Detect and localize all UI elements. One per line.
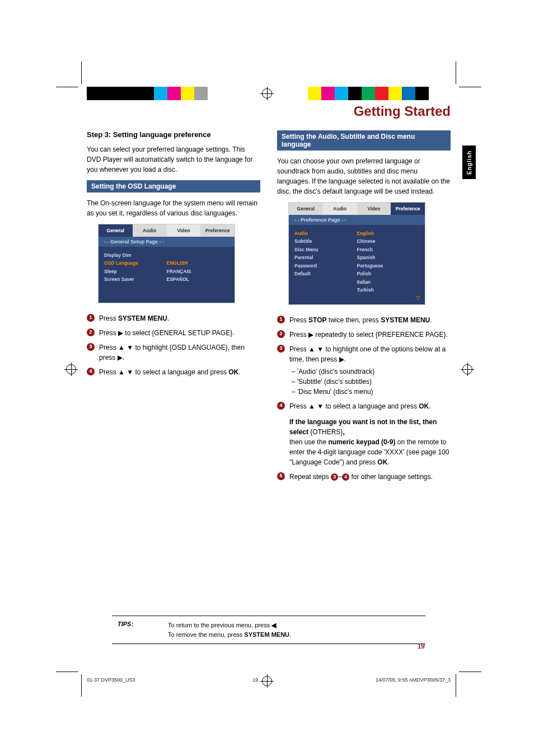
step-text: Press ▲ ▼ to highlight {OSD LANGUAGE}, t… xyxy=(99,344,245,361)
step-text: Press ▲ ▼ to select a language and press xyxy=(99,368,228,376)
note-text: {OTHERS} xyxy=(310,428,343,436)
step-4: 4Press ▲ ▼ to select a language and pres… xyxy=(277,401,451,467)
instruction-steps: 1Press SYSTEM MENU. 2Press ▶ to select {… xyxy=(87,313,260,377)
step-keyword: SYSTEM MENU xyxy=(381,316,430,324)
menu-tab-preference: Preference xyxy=(391,203,425,215)
menu-breadcrumb: - - Preference Page - - xyxy=(289,215,425,225)
step-4-note: If the language you want is not in the l… xyxy=(289,417,451,467)
note-bold: numeric keypad (0-9) xyxy=(328,438,395,446)
bullet-2-icon: 2 xyxy=(277,330,285,338)
crop-mark xyxy=(459,672,481,672)
footer-meta: 14/07/05, 9:55 AMDVP3005/37_3 xyxy=(376,677,451,683)
footer-page: 19 xyxy=(135,677,376,683)
crop-mark xyxy=(456,62,456,84)
note-bold: , xyxy=(343,428,344,436)
menu-tab-video: Video xyxy=(167,224,201,237)
step-text: Press ▲ ▼ to highlight one of the option… xyxy=(289,345,446,363)
menu-body: AudioEnglish SubtitleChinese Disc MenuFr… xyxy=(289,225,425,304)
menu-item: Display Dim xyxy=(104,251,167,259)
menu-item-highlighted: OSD Language xyxy=(104,259,167,267)
tips-text: . xyxy=(289,631,291,638)
tips-text: . xyxy=(276,622,278,628)
footer-filename: 01-37 DVP3500_US3 xyxy=(87,677,135,683)
menu-tab-preference: Preference xyxy=(200,224,235,237)
step-text: Press xyxy=(99,314,118,322)
step-text: ~ xyxy=(338,473,342,481)
step-2: 2Press ▶ to select {GENERAL SETUP PAGE}. xyxy=(87,328,260,338)
footer-timestamp: 14/07/05, 9:55 AM xyxy=(376,677,416,683)
print-color-bar-left xyxy=(87,87,208,100)
step-keyword: SYSTEM MENU xyxy=(118,314,167,322)
bullet-1-icon: 1 xyxy=(87,314,95,322)
menu-item: Parental xyxy=(294,253,357,261)
step-text: Press ▲ ▼ to select a language and press xyxy=(289,402,419,410)
preference-menu-screenshot: General Audio Video Preference - - Prefe… xyxy=(288,202,425,305)
note-text: . xyxy=(387,458,389,466)
footer-code: DVP3005/37_3 xyxy=(416,677,451,683)
menu-tabs: General Audio Video Preference xyxy=(289,203,425,215)
print-color-bar-right xyxy=(308,87,429,100)
step-1: 1Press STOP twice then, press SYSTEM MEN… xyxy=(277,315,451,325)
step-text: for other language settings. xyxy=(349,473,433,481)
step-text: Press ▶ repeatedly to select {PREFERENCE… xyxy=(289,331,448,339)
tips-text: To remove the menu, press xyxy=(168,631,244,638)
menu-value: Chinese xyxy=(357,237,420,245)
step-text: Press xyxy=(289,316,308,324)
menu-value: ESPAÑOL xyxy=(167,275,229,283)
step-keyword: OK xyxy=(419,402,429,410)
crop-mark xyxy=(56,672,78,672)
step-3: 3Press ▲ ▼ to highlight one of the optio… xyxy=(277,344,451,397)
menu-value: Portuguese xyxy=(357,262,420,270)
bullet-3-icon: 3 xyxy=(277,345,285,353)
step-text: Repeat steps xyxy=(289,473,331,481)
section-heading-audio-subtitle: Setting the Audio, Subtitle and Disc men… xyxy=(277,130,451,151)
intro-text: You can select your preferred language s… xyxy=(87,144,260,175)
bullet-4-icon: 4 xyxy=(277,402,285,410)
bullet-2-icon: 2 xyxy=(87,328,95,336)
page-content: Getting Started English Step 3: Setting … xyxy=(87,104,451,486)
osd-menu-screenshot: General Audio Video Preference - - Gener… xyxy=(98,224,235,303)
step-keyword: STOP xyxy=(308,316,326,324)
bullet-1-icon: 1 xyxy=(277,316,285,323)
registration-mark-icon xyxy=(462,364,472,374)
inline-bullet-4-icon: 4 xyxy=(342,473,349,481)
bullet-3-icon: 3 xyxy=(87,343,95,351)
registration-mark-icon xyxy=(262,88,272,98)
crop-mark xyxy=(81,62,82,84)
bullet-4-icon: 4 xyxy=(87,368,95,375)
menu-value-highlighted: English xyxy=(357,229,420,237)
step-5: 5Repeat steps 3~4 for other language set… xyxy=(277,472,451,482)
menu-value: Polish xyxy=(357,270,420,278)
language-tab: English xyxy=(462,145,476,179)
crop-mark xyxy=(81,674,82,697)
step-text: . xyxy=(238,368,240,376)
crop-mark xyxy=(56,87,78,87)
menu-value: FRANÇAIS xyxy=(167,267,229,275)
section-intro: The On-screen language for the system me… xyxy=(87,198,260,218)
bullet-5-icon: 5 xyxy=(277,472,285,480)
tips-keyword: SYSTEM MENU xyxy=(244,631,289,638)
sub-item: – 'Disc Menu' (disc's menu) xyxy=(289,387,451,397)
page-title: Getting Started xyxy=(87,104,451,119)
step-1: 1Press SYSTEM MENU. xyxy=(87,313,260,323)
step-text: . xyxy=(429,402,430,410)
menu-tabs: General Audio Video Preference xyxy=(99,224,235,237)
menu-item: Disc Menu xyxy=(294,246,357,253)
section-heading-osd: Setting the OSD Language xyxy=(87,180,260,192)
tips-content: To return to the previous menu, press ◀.… xyxy=(168,621,291,639)
menu-body: Display Dim OSD LanguageENGLISH SleepFRA… xyxy=(99,247,235,303)
menu-tab-audio: Audio xyxy=(133,224,167,237)
menu-tab-audio: Audio xyxy=(323,203,357,215)
inline-bullet-3-icon: 3 xyxy=(331,473,338,481)
sub-item: – 'Subtitle' (disc's subtitles) xyxy=(289,377,451,387)
step-3-sublist: – 'Audio' (disc's soundtrack) – 'Subtitl… xyxy=(289,367,451,397)
menu-item: Password xyxy=(294,262,357,270)
step-4: 4Press ▲ ▼ to select a language and pres… xyxy=(87,367,260,377)
step-3: 3Press ▲ ▼ to highlight {OSD LANGUAGE}, … xyxy=(87,342,260,363)
section-intro-right: You can choose your own preferred langua… xyxy=(277,156,451,196)
menu-item: Screen Saver xyxy=(104,275,167,283)
tips-box: TIPS: To return to the previous menu, pr… xyxy=(112,616,425,644)
menu-item: Default xyxy=(294,270,357,278)
menu-tab-general: General xyxy=(289,203,323,215)
right-column: Setting the Audio, Subtitle and Disc men… xyxy=(277,130,451,486)
